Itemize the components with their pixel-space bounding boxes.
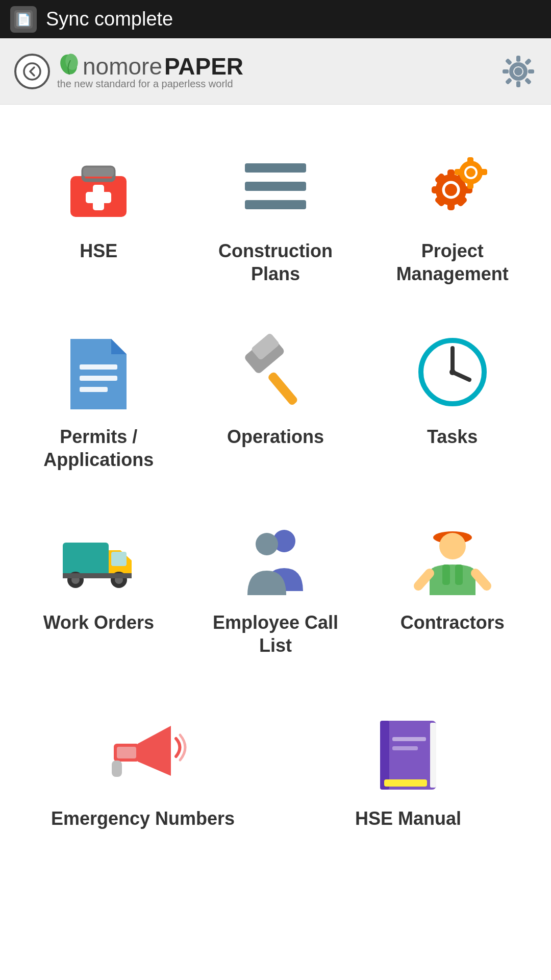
svg-rect-10 — [503, 69, 509, 74]
svg-rect-51 — [111, 552, 127, 566]
svg-rect-28 — [432, 186, 442, 193]
menu-item-permits-applications[interactable]: Permits / Applications — [10, 306, 187, 492]
svg-point-3 — [24, 63, 40, 80]
hse-label: HSE — [80, 239, 117, 262]
menu-item-contractors[interactable]: Contractors — [364, 492, 541, 677]
svg-rect-36 — [467, 157, 473, 165]
menu-item-project-management[interactable]: Project Management — [364, 120, 541, 306]
logo: no more PAPER the new standard for a pap… — [56, 53, 243, 90]
menu-item-employee-call-list[interactable]: Employee Call List — [187, 492, 364, 677]
svg-text:📄: 📄 — [17, 13, 31, 27]
menu-row-3: Work Orders Employee Call List — [10, 492, 541, 677]
main-content: HSE Construction Plans — [0, 105, 551, 980]
menu-item-hse-manual[interactable]: HSE Manual — [276, 688, 541, 850]
svg-rect-68 — [430, 723, 436, 788]
svg-rect-9 — [516, 81, 520, 87]
svg-rect-22 — [245, 182, 306, 191]
svg-rect-23 — [245, 200, 306, 209]
logo-more: more — [109, 53, 162, 80]
svg-point-7 — [514, 67, 522, 76]
menu-item-construction-plans[interactable]: Construction Plans — [187, 120, 364, 306]
svg-rect-39 — [479, 169, 487, 175]
employee-call-list-icon — [235, 517, 316, 599]
sync-status-text: Sync complete — [46, 8, 173, 30]
svg-rect-42 — [80, 387, 108, 392]
svg-rect-38 — [455, 169, 463, 175]
tasks-label: Tasks — [427, 425, 478, 448]
back-button[interactable] — [14, 54, 50, 89]
menu-item-work-orders[interactable]: Work Orders — [10, 492, 187, 677]
svg-rect-11 — [528, 69, 534, 74]
status-bar: 📄 Sync complete — [0, 0, 551, 38]
svg-rect-70 — [392, 737, 426, 741]
construction-plans-label: Construction Plans — [197, 239, 354, 285]
svg-rect-18 — [83, 167, 114, 177]
operations-icon — [235, 331, 316, 413]
svg-rect-40 — [80, 364, 117, 370]
hse-manual-icon — [367, 713, 449, 795]
settings-button[interactable] — [500, 53, 537, 90]
svg-point-58 — [256, 533, 278, 555]
svg-rect-26 — [447, 169, 455, 180]
project-management-label: Project Management — [374, 239, 531, 285]
menu-item-tasks[interactable]: Tasks — [364, 306, 541, 492]
tasks-icon — [412, 331, 493, 413]
nav-logo-area: no more PAPER the new standard for a pap… — [14, 53, 243, 90]
svg-rect-41 — [80, 376, 117, 381]
employee-call-list-label: Employee Call List — [197, 611, 354, 657]
menu-item-hse[interactable]: HSE — [10, 120, 187, 306]
operations-label: Operations — [227, 425, 324, 448]
svg-rect-64 — [117, 747, 136, 758]
menu-row-2: Permits / Applications Operations — [10, 306, 541, 492]
svg-rect-71 — [392, 746, 418, 750]
svg-point-60 — [439, 533, 466, 559]
svg-rect-62 — [455, 565, 463, 585]
svg-rect-61 — [442, 565, 450, 585]
permits-applications-label: Permits / Applications — [20, 425, 177, 471]
work-orders-label: Work Orders — [43, 611, 154, 634]
svg-rect-27 — [447, 200, 455, 210]
svg-rect-65 — [112, 761, 122, 777]
svg-rect-8 — [516, 56, 520, 62]
svg-rect-12 — [505, 58, 512, 65]
project-management-icon — [412, 145, 493, 227]
leaf-icon — [56, 53, 83, 80]
logo-no: no — [83, 53, 109, 80]
work-orders-icon — [58, 517, 139, 599]
svg-rect-67 — [380, 721, 389, 790]
contractors-icon — [412, 517, 493, 599]
menu-row-4: Emergency Numbers HSE Man — [10, 688, 541, 850]
svg-point-49 — [449, 369, 456, 375]
emergency-numbers-label: Emergency Numbers — [51, 807, 235, 830]
top-nav: no more PAPER the new standard for a pap… — [0, 38, 551, 105]
svg-rect-50 — [63, 543, 109, 576]
svg-point-25 — [445, 184, 457, 196]
contractors-label: Contractors — [400, 611, 505, 634]
svg-rect-20 — [86, 192, 111, 203]
construction-plans-icon — [235, 145, 316, 227]
app-icon: 📄 — [10, 6, 37, 33]
svg-rect-13 — [524, 58, 532, 65]
svg-point-35 — [466, 168, 475, 177]
menu-item-emergency-numbers[interactable]: Emergency Numbers — [10, 688, 276, 850]
logo-paper: PAPER — [164, 53, 243, 80]
hse-manual-label: HSE Manual — [355, 807, 461, 830]
svg-rect-56 — [63, 573, 132, 578]
svg-rect-14 — [505, 77, 512, 84]
svg-rect-43 — [267, 371, 298, 406]
menu-row-1: HSE Construction Plans — [10, 120, 541, 306]
svg-rect-37 — [467, 181, 473, 189]
svg-rect-21 — [245, 163, 306, 173]
menu-item-operations[interactable]: Operations — [187, 306, 364, 492]
hse-icon — [58, 145, 139, 227]
logo-tagline: the new standard for a paperless world — [57, 78, 233, 90]
svg-rect-69 — [384, 779, 427, 787]
emergency-numbers-icon — [102, 713, 184, 795]
svg-rect-15 — [524, 77, 532, 84]
permits-applications-icon — [58, 331, 139, 413]
